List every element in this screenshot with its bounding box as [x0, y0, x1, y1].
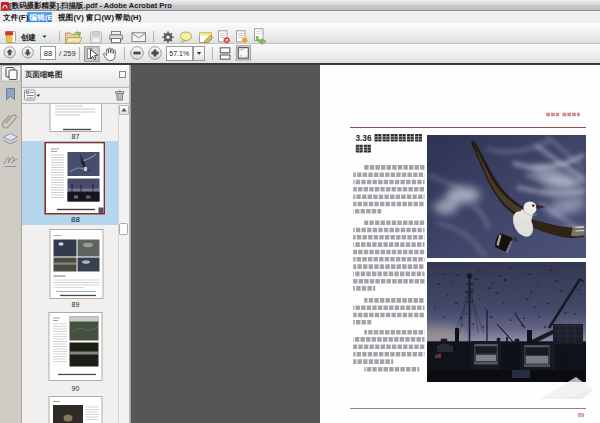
svg-text:3.36: 3.36	[356, 134, 372, 143]
